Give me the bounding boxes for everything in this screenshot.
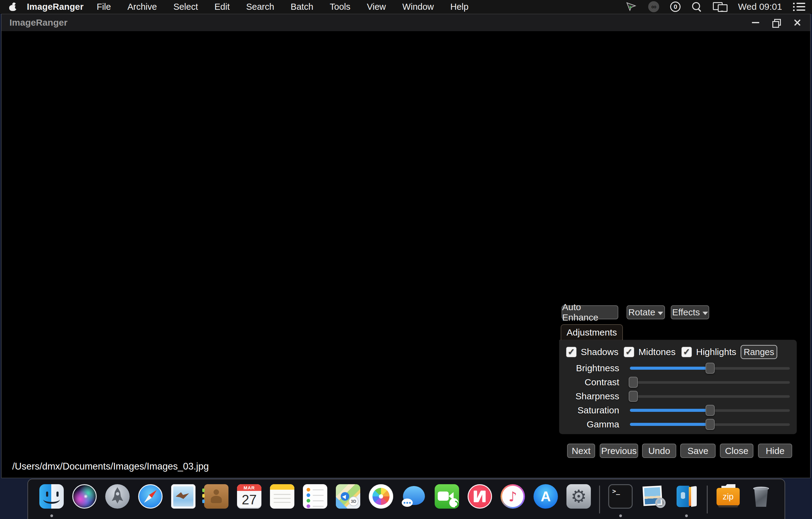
dock-item-mail[interactable] xyxy=(171,484,196,518)
ranges-button[interactable]: Ranges xyxy=(741,345,777,359)
menu-bar: ImageRanger File Archive Select Edit Sea… xyxy=(0,0,812,14)
dock-item-photos[interactable] xyxy=(369,484,394,518)
dock-item-messages[interactable] xyxy=(401,484,427,518)
hide-label: Hide xyxy=(766,446,785,456)
menu-item-file[interactable]: File xyxy=(88,2,119,12)
dock-item-launchpad[interactable] xyxy=(105,484,130,518)
menu-item-search[interactable]: Search xyxy=(238,2,283,12)
displays-icon[interactable] xyxy=(713,2,727,12)
dock-item-calendar[interactable]: MAR 27 xyxy=(237,484,262,518)
menu-item-view[interactable]: View xyxy=(359,2,394,12)
dock-item-facetime[interactable] xyxy=(434,484,459,518)
apple-menu-icon[interactable] xyxy=(9,3,17,11)
imageranger-icon xyxy=(674,484,698,509)
highlights-checkbox[interactable]: ✓ Highlights xyxy=(682,347,736,357)
zip-label: zip xyxy=(717,488,740,506)
dock-item-maps[interactable]: 3D xyxy=(336,484,360,518)
sharpness-slider[interactable] xyxy=(630,395,790,398)
menu-item-select[interactable]: Select xyxy=(165,2,206,12)
midtones-checkbox[interactable]: ✓ Midtones xyxy=(624,347,676,357)
terminal-prompt: >_ xyxy=(612,488,620,495)
auto-enhance-button[interactable]: Auto Enhance xyxy=(561,305,618,319)
running-indicator xyxy=(685,514,688,517)
notes-icon xyxy=(270,484,294,509)
adjustments-tab-label: Adjustments xyxy=(567,327,617,338)
music-note-icon: ♪ xyxy=(502,486,523,507)
dock-item-app-store[interactable]: A xyxy=(533,484,558,518)
restore-button[interactable] xyxy=(771,18,782,28)
midtones-label: Midtones xyxy=(638,347,676,357)
rotate-button[interactable]: Rotate xyxy=(627,305,665,319)
menu-bar-left: ImageRanger File Archive Select Edit Sea… xyxy=(0,0,477,13)
one-password-icon[interactable]: 0 xyxy=(670,2,680,12)
spotlight-search-icon[interactable] xyxy=(692,2,702,12)
menu-clock[interactable]: Wed 09:01 xyxy=(738,2,782,12)
dock-item-siri[interactable] xyxy=(72,484,97,518)
menu-item-batch[interactable]: Batch xyxy=(283,2,321,12)
dock-item-system-preferences[interactable]: ⚙ xyxy=(566,484,591,518)
dock-item-itunes[interactable]: ♪ xyxy=(500,484,525,518)
checkbox-icon: ✓ xyxy=(682,347,692,357)
window-title-bar[interactable]: ImageRanger xyxy=(2,14,810,31)
undo-button[interactable]: Undo xyxy=(642,444,676,458)
dock-item-reminders[interactable] xyxy=(302,484,328,518)
dock-item-zip-archive[interactable]: zip xyxy=(716,484,741,518)
slider-handle[interactable] xyxy=(705,363,715,374)
slider-handle[interactable] xyxy=(629,391,638,402)
dock-item-terminal[interactable]: >_ xyxy=(608,484,633,518)
saturation-slider[interactable] xyxy=(630,409,790,412)
contrast-slider[interactable] xyxy=(630,381,790,384)
hide-button[interactable]: Hide xyxy=(758,444,792,458)
dock-item-safari[interactable] xyxy=(138,484,163,518)
menu-app-name[interactable]: ImageRanger xyxy=(27,2,84,12)
dock-item-trash[interactable] xyxy=(749,484,774,518)
dock-item-news[interactable] xyxy=(467,484,492,518)
effects-button[interactable]: Effects xyxy=(671,305,709,319)
messages-icon xyxy=(402,484,426,509)
chevron-down-icon xyxy=(702,312,708,315)
slider-fill xyxy=(630,409,710,412)
launchpad-icon xyxy=(105,484,129,509)
preview-icon xyxy=(641,484,666,509)
slider-fill xyxy=(630,423,710,426)
desktop-screen: ImageRanger File Archive Select Edit Sea… xyxy=(0,0,812,519)
cursor-tool-icon[interactable] xyxy=(626,2,637,11)
auto-enhance-label: Auto Enhance xyxy=(562,302,618,323)
news-icon xyxy=(468,484,492,509)
calendar-month: MAR xyxy=(237,484,261,491)
contacts-icon xyxy=(204,484,229,509)
calendar-icon: MAR 27 xyxy=(237,484,261,509)
menu-item-archive[interactable]: Archive xyxy=(119,2,165,12)
dock-item-finder[interactable] xyxy=(39,484,64,518)
creative-cloud-icon[interactable]: ∞ xyxy=(648,1,659,12)
next-button[interactable]: Next xyxy=(567,444,595,458)
dock-item-contacts[interactable] xyxy=(204,484,229,518)
tab-adjustments[interactable]: Adjustments xyxy=(561,324,623,340)
shadows-checkbox[interactable]: ✓ Shadows xyxy=(566,347,618,357)
menu-item-help[interactable]: Help xyxy=(442,2,477,12)
dock-item-notes[interactable] xyxy=(270,484,295,518)
slider-handle[interactable] xyxy=(629,377,638,388)
close-window-button[interactable] xyxy=(792,18,802,28)
window-controls xyxy=(750,14,810,31)
gear-icon: ⚙ xyxy=(567,484,591,509)
gamma-slider[interactable] xyxy=(630,423,790,426)
close-button[interactable]: Close xyxy=(720,444,753,458)
minimize-button[interactable] xyxy=(750,18,761,28)
menu-item-tools[interactable]: Tools xyxy=(321,2,359,12)
brightness-slider-row: Brightness xyxy=(561,362,794,375)
brightness-slider[interactable] xyxy=(630,367,790,370)
menu-item-window[interactable]: Window xyxy=(394,2,442,12)
finder-icon xyxy=(39,484,64,509)
save-button[interactable]: Save xyxy=(680,444,716,458)
slider-handle[interactable] xyxy=(705,419,715,430)
menu-item-edit[interactable]: Edit xyxy=(206,2,238,12)
previous-button[interactable]: Previous xyxy=(600,444,638,458)
dock-item-imageranger[interactable] xyxy=(674,484,699,518)
itunes-icon: ♪ xyxy=(500,484,525,509)
dock-item-preview[interactable] xyxy=(641,484,666,518)
save-label: Save xyxy=(688,446,708,456)
slider-handle[interactable] xyxy=(705,405,715,416)
photos-icon xyxy=(369,484,393,509)
notification-list-icon[interactable] xyxy=(793,3,805,11)
